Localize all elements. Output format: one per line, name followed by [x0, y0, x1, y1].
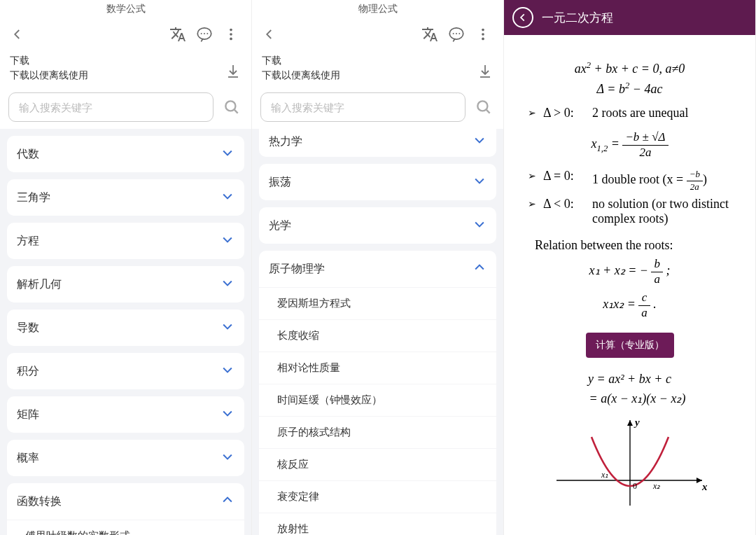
case-row: ➢Δ < 0:no solution (or two distinct comp… — [528, 195, 738, 228]
page-title: 数学公式 — [0, 0, 251, 18]
equation-roots: x1,2 = −b ± √Δ2a — [521, 130, 738, 160]
download-hint: 下载以便离线使用 — [262, 68, 340, 83]
search-row — [252, 90, 503, 129]
back-button[interactable] — [7, 24, 28, 45]
category-item[interactable]: 热力学 — [259, 129, 496, 157]
chevron-down-icon — [472, 174, 486, 190]
svg-point-5 — [230, 33, 232, 36]
chevron-down-icon — [220, 450, 234, 466]
chevron-up-icon — [220, 493, 234, 510]
category-item-expanded: 原子物理学 爱因斯坦方程式 长度收缩 相对论性质量 时间延缓（钟慢效应） 原子的… — [259, 251, 496, 535]
more-menu-icon[interactable] — [470, 21, 496, 48]
category-item-expanded: 函数转换 傅里叶级数的实数形式 复杂形式的英文 帕塞瓦尔定理 — [7, 483, 244, 535]
search-icon[interactable] — [219, 98, 244, 116]
category-item[interactable]: 振荡 — [259, 164, 496, 200]
category-list: 热力学 振荡 光学 原子物理学 爱因斯坦方程式 长度收缩 相对论性质量 时间延缓… — [252, 129, 503, 535]
chevron-down-icon — [220, 406, 234, 423]
equation-main: ax2 + bx + c = 0, a≠0 — [521, 60, 738, 76]
panel-quadratic: 一元二次方程 ax2 + bx + c = 0, a≠0 Δ = b2 − 4a… — [504, 0, 756, 535]
category-item[interactable]: 概率 — [7, 440, 244, 476]
chevron-up-icon — [472, 260, 486, 277]
category-item[interactable]: 三角学 — [7, 179, 244, 216]
chevron-down-icon — [220, 319, 234, 336]
detail-header: 一元二次方程 — [504, 0, 755, 35]
case-row: ➢Δ > 0:2 roots are unequal — [528, 104, 738, 123]
sub-item[interactable]: 相对论性质量 — [259, 352, 496, 384]
svg-point-6 — [230, 38, 232, 41]
equation-discriminant: Δ = b2 − 4ac — [521, 81, 738, 97]
detail-title: 一元二次方程 — [542, 10, 613, 26]
svg-text:x₂: x₂ — [652, 481, 661, 491]
svg-point-14 — [482, 29, 484, 32]
chevron-down-icon — [472, 133, 486, 150]
sub-item[interactable]: 放射性 — [259, 513, 496, 535]
sub-item[interactable]: 核反应 — [259, 448, 496, 480]
download-section[interactable]: 下载 下载以便离线使用 — [252, 50, 503, 90]
equation-poly2: = a(x − x₁)(x − x₂) — [521, 391, 738, 406]
sub-item[interactable]: 衰变定律 — [259, 480, 496, 513]
chevron-down-icon — [220, 146, 234, 162]
equation-poly1: y = ax² + bx + c — [521, 372, 738, 387]
category-item[interactable]: 光学 — [259, 207, 496, 244]
relation-title: Relation between the roots: — [535, 238, 738, 253]
svg-point-13 — [458, 33, 460, 34]
download-label: 下载 — [262, 53, 340, 68]
category-item[interactable]: 代数 — [7, 136, 244, 172]
comment-icon[interactable] — [191, 21, 218, 48]
chevron-down-icon — [220, 189, 234, 206]
category-item[interactable]: 导数 — [7, 310, 244, 346]
chevron-down-icon — [220, 363, 234, 380]
sub-item[interactable]: 傅里叶级数的实数形式 — [7, 520, 244, 535]
calculate-pro-button[interactable]: 计算（专业版） — [586, 333, 674, 358]
category-item[interactable]: 矩阵 — [7, 396, 244, 433]
svg-text:x₁: x₁ — [601, 470, 608, 480]
svg-point-16 — [482, 38, 484, 41]
category-item[interactable]: 方程 — [7, 223, 244, 259]
category-header[interactable]: 原子物理学 — [259, 251, 496, 287]
category-item[interactable]: 积分 — [7, 353, 244, 389]
more-menu-icon[interactable] — [218, 21, 244, 48]
download-icon[interactable] — [477, 63, 493, 83]
svg-marker-21 — [696, 478, 702, 483]
svg-point-1 — [201, 33, 202, 34]
category-item[interactable]: 解析几何 — [7, 266, 244, 303]
sub-item[interactable]: 时间延缓（钟慢效应） — [259, 384, 496, 416]
page-title: 物理公式 — [252, 0, 503, 18]
category-header[interactable]: 函数转换 — [7, 483, 244, 520]
svg-point-15 — [482, 33, 484, 36]
search-input[interactable] — [260, 92, 465, 122]
equation-prod: x₁x₂ = ca . — [521, 291, 738, 320]
search-icon[interactable] — [471, 98, 496, 116]
translate-icon[interactable] — [164, 21, 191, 48]
download-section[interactable]: 下载 下载以便离线使用 — [0, 50, 251, 90]
search-input[interactable] — [8, 92, 214, 122]
svg-point-8 — [225, 101, 235, 111]
sub-item[interactable]: 原子的核式结构 — [259, 416, 496, 448]
svg-text:x: x — [701, 481, 708, 492]
svg-point-12 — [456, 33, 457, 34]
top-action-bar — [252, 18, 503, 50]
back-button[interactable] — [512, 7, 533, 28]
translate-icon[interactable] — [416, 21, 443, 48]
chevron-down-icon — [220, 232, 234, 249]
download-icon[interactable] — [225, 63, 241, 83]
chevron-down-icon — [472, 217, 486, 234]
case-row: ➢Δ = 0: 1 double root (x = −b2a) — [528, 167, 738, 195]
panel-physics: 物理公式 下载 下载以便离线使用 热力学 振荡 光学 — [252, 0, 504, 535]
svg-point-3 — [206, 33, 208, 34]
panel-math: 数学公式 下载 下载以便离线使用 代数 三角学 方程 解 — [0, 0, 252, 535]
chevron-down-icon — [220, 276, 234, 293]
search-row — [0, 90, 251, 129]
sub-item[interactable]: 长度收缩 — [259, 319, 496, 352]
download-hint: 下载以便离线使用 — [10, 68, 88, 83]
svg-point-11 — [453, 33, 454, 34]
back-button[interactable] — [259, 24, 280, 45]
top-action-bar — [0, 18, 251, 50]
download-label: 下载 — [10, 53, 88, 68]
svg-text:y: y — [634, 417, 640, 428]
category-list: 代数 三角学 方程 解析几何 导数 积分 矩阵 概率 函数转换 傅里叶级数的实数… — [0, 129, 251, 535]
detail-body: ax2 + bx + c = 0, a≠0 Δ = b2 − 4ac ➢Δ > … — [504, 35, 755, 535]
svg-point-2 — [204, 33, 205, 34]
comment-icon[interactable] — [443, 21, 470, 48]
sub-item[interactable]: 爱因斯坦方程式 — [259, 287, 496, 319]
